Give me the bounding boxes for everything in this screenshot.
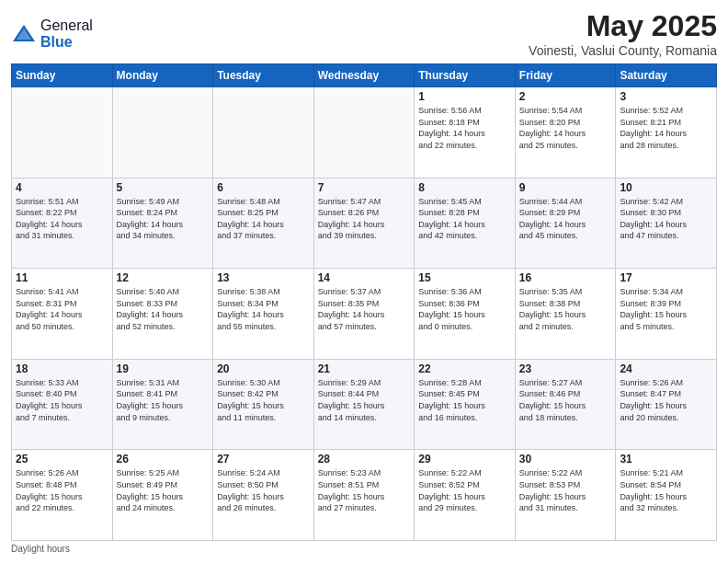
day-info: Sunrise: 5:26 AM Sunset: 8:48 PM Dayligh…	[16, 467, 108, 513]
calendar-cell: 4Sunrise: 5:51 AM Sunset: 8:22 PM Daylig…	[12, 178, 113, 269]
day-number: 15	[418, 271, 511, 284]
weekday-header-monday: Monday	[112, 64, 213, 87]
day-info: Sunrise: 5:22 AM Sunset: 8:52 PM Dayligh…	[418, 467, 511, 513]
day-number: 1	[418, 90, 511, 103]
day-info: Sunrise: 5:24 AM Sunset: 8:50 PM Dayligh…	[217, 467, 310, 513]
calendar-cell: 5Sunrise: 5:49 AM Sunset: 8:24 PM Daylig…	[112, 178, 213, 269]
day-info: Sunrise: 5:27 AM Sunset: 8:46 PM Dayligh…	[519, 377, 612, 423]
calendar-cell: 8Sunrise: 5:45 AM Sunset: 8:28 PM Daylig…	[415, 178, 516, 269]
day-info: Sunrise: 5:30 AM Sunset: 8:42 PM Dayligh…	[217, 377, 310, 423]
day-info: Sunrise: 5:42 AM Sunset: 8:30 PM Dayligh…	[620, 196, 712, 242]
weekday-header-saturday: Saturday	[616, 64, 717, 87]
week-row-1: 1Sunrise: 5:56 AM Sunset: 8:18 PM Daylig…	[12, 87, 717, 178]
calendar-cell	[12, 87, 113, 178]
day-number: 6	[217, 181, 310, 194]
day-info: Sunrise: 5:45 AM Sunset: 8:28 PM Dayligh…	[418, 196, 511, 242]
day-number: 19	[117, 362, 210, 375]
day-info: Sunrise: 5:49 AM Sunset: 8:24 PM Dayligh…	[117, 196, 210, 242]
location-subtitle: Voinesti, Vaslui County, Romania	[529, 43, 717, 58]
day-number: 9	[519, 181, 612, 194]
footer-note: Daylight hours	[11, 544, 717, 554]
day-info: Sunrise: 5:33 AM Sunset: 8:40 PM Dayligh…	[16, 377, 108, 423]
day-info: Sunrise: 5:38 AM Sunset: 8:34 PM Dayligh…	[217, 286, 310, 332]
day-number: 20	[217, 362, 310, 375]
week-row-4: 18Sunrise: 5:33 AM Sunset: 8:40 PM Dayli…	[12, 359, 717, 450]
weekday-header-wednesday: Wednesday	[313, 64, 415, 87]
day-info: Sunrise: 5:28 AM Sunset: 8:45 PM Dayligh…	[418, 377, 511, 423]
calendar-cell: 7Sunrise: 5:47 AM Sunset: 8:26 PM Daylig…	[313, 178, 415, 269]
calendar-cell: 25Sunrise: 5:26 AM Sunset: 8:48 PM Dayli…	[12, 450, 113, 541]
calendar-cell: 18Sunrise: 5:33 AM Sunset: 8:40 PM Dayli…	[12, 359, 113, 450]
weekday-header-sunday: Sunday	[12, 64, 113, 87]
day-number: 2	[519, 90, 612, 103]
day-info: Sunrise: 5:48 AM Sunset: 8:25 PM Dayligh…	[217, 196, 310, 242]
day-number: 25	[16, 453, 108, 465]
weekday-header-row: SundayMondayTuesdayWednesdayThursdayFrid…	[12, 64, 717, 87]
calendar-cell: 10Sunrise: 5:42 AM Sunset: 8:30 PM Dayli…	[616, 178, 717, 269]
calendar-cell: 30Sunrise: 5:22 AM Sunset: 8:53 PM Dayli…	[515, 450, 616, 541]
day-info: Sunrise: 5:52 AM Sunset: 8:21 PM Dayligh…	[620, 105, 712, 151]
day-info: Sunrise: 5:23 AM Sunset: 8:51 PM Dayligh…	[318, 467, 411, 513]
calendar-table: SundayMondayTuesdayWednesdayThursdayFrid…	[11, 63, 717, 541]
week-row-5: 25Sunrise: 5:26 AM Sunset: 8:48 PM Dayli…	[12, 450, 717, 541]
day-info: Sunrise: 5:31 AM Sunset: 8:41 PM Dayligh…	[117, 377, 210, 423]
day-info: Sunrise: 5:56 AM Sunset: 8:18 PM Dayligh…	[418, 105, 511, 151]
day-info: Sunrise: 5:22 AM Sunset: 8:53 PM Dayligh…	[519, 467, 612, 513]
day-number: 27	[217, 453, 310, 465]
calendar-cell: 6Sunrise: 5:48 AM Sunset: 8:25 PM Daylig…	[213, 178, 314, 269]
day-number: 10	[620, 181, 712, 194]
day-info: Sunrise: 5:36 AM Sunset: 8:36 PM Dayligh…	[418, 286, 511, 332]
day-number: 28	[318, 453, 411, 465]
day-number: 30	[519, 453, 612, 465]
day-info: Sunrise: 5:29 AM Sunset: 8:44 PM Dayligh…	[318, 377, 411, 423]
day-info: Sunrise: 5:21 AM Sunset: 8:54 PM Dayligh…	[620, 467, 712, 513]
weekday-header-friday: Friday	[515, 64, 616, 87]
day-number: 17	[620, 271, 712, 284]
calendar-cell	[313, 87, 415, 178]
calendar-cell: 17Sunrise: 5:34 AM Sunset: 8:39 PM Dayli…	[616, 269, 717, 360]
day-info: Sunrise: 5:51 AM Sunset: 8:22 PM Dayligh…	[16, 196, 108, 242]
day-number: 14	[318, 271, 411, 284]
calendar-cell: 3Sunrise: 5:52 AM Sunset: 8:21 PM Daylig…	[616, 87, 717, 178]
weekday-header-tuesday: Tuesday	[213, 64, 314, 87]
logo: General Blue	[11, 17, 93, 51]
calendar-cell: 16Sunrise: 5:35 AM Sunset: 8:38 PM Dayli…	[515, 269, 616, 360]
day-number: 21	[318, 362, 411, 375]
day-number: 22	[418, 362, 511, 375]
logo-blue-text: Blue	[40, 34, 73, 50]
day-number: 26	[117, 453, 210, 465]
day-info: Sunrise: 5:34 AM Sunset: 8:39 PM Dayligh…	[620, 286, 712, 332]
calendar-cell: 9Sunrise: 5:44 AM Sunset: 8:29 PM Daylig…	[515, 178, 616, 269]
weekday-header-thursday: Thursday	[415, 64, 516, 87]
calendar-cell: 11Sunrise: 5:41 AM Sunset: 8:31 PM Dayli…	[12, 269, 113, 360]
month-title: May 2025	[529, 9, 717, 43]
day-number: 11	[16, 271, 108, 284]
calendar-cell: 2Sunrise: 5:54 AM Sunset: 8:20 PM Daylig…	[515, 87, 616, 178]
header: General Blue May 2025 Voinesti, Vaslui C…	[11, 9, 717, 58]
day-number: 16	[519, 271, 612, 284]
calendar-cell: 1Sunrise: 5:56 AM Sunset: 8:18 PM Daylig…	[415, 87, 516, 178]
day-info: Sunrise: 5:25 AM Sunset: 8:49 PM Dayligh…	[117, 467, 210, 513]
day-number: 8	[418, 181, 511, 194]
calendar-cell: 29Sunrise: 5:22 AM Sunset: 8:52 PM Dayli…	[415, 450, 516, 541]
day-number: 18	[16, 362, 108, 375]
calendar-cell: 23Sunrise: 5:27 AM Sunset: 8:46 PM Dayli…	[515, 359, 616, 450]
day-info: Sunrise: 5:40 AM Sunset: 8:33 PM Dayligh…	[117, 286, 210, 332]
day-number: 29	[418, 453, 511, 465]
calendar-cell	[213, 87, 314, 178]
day-number: 12	[117, 271, 210, 284]
day-number: 31	[620, 453, 712, 465]
calendar-cell	[112, 87, 213, 178]
day-info: Sunrise: 5:44 AM Sunset: 8:29 PM Dayligh…	[519, 196, 612, 242]
day-number: 4	[16, 181, 108, 194]
calendar-cell: 15Sunrise: 5:36 AM Sunset: 8:36 PM Dayli…	[415, 269, 516, 360]
day-info: Sunrise: 5:37 AM Sunset: 8:35 PM Dayligh…	[318, 286, 411, 332]
calendar-cell: 27Sunrise: 5:24 AM Sunset: 8:50 PM Dayli…	[213, 450, 314, 541]
calendar-cell: 14Sunrise: 5:37 AM Sunset: 8:35 PM Dayli…	[313, 269, 415, 360]
calendar-cell: 28Sunrise: 5:23 AM Sunset: 8:51 PM Dayli…	[313, 450, 415, 541]
week-row-2: 4Sunrise: 5:51 AM Sunset: 8:22 PM Daylig…	[12, 178, 717, 269]
day-info: Sunrise: 5:26 AM Sunset: 8:47 PM Dayligh…	[620, 377, 712, 423]
calendar-cell: 24Sunrise: 5:26 AM Sunset: 8:47 PM Dayli…	[616, 359, 717, 450]
calendar-cell: 12Sunrise: 5:40 AM Sunset: 8:33 PM Dayli…	[112, 269, 213, 360]
title-block: May 2025 Voinesti, Vaslui County, Romani…	[529, 9, 717, 58]
